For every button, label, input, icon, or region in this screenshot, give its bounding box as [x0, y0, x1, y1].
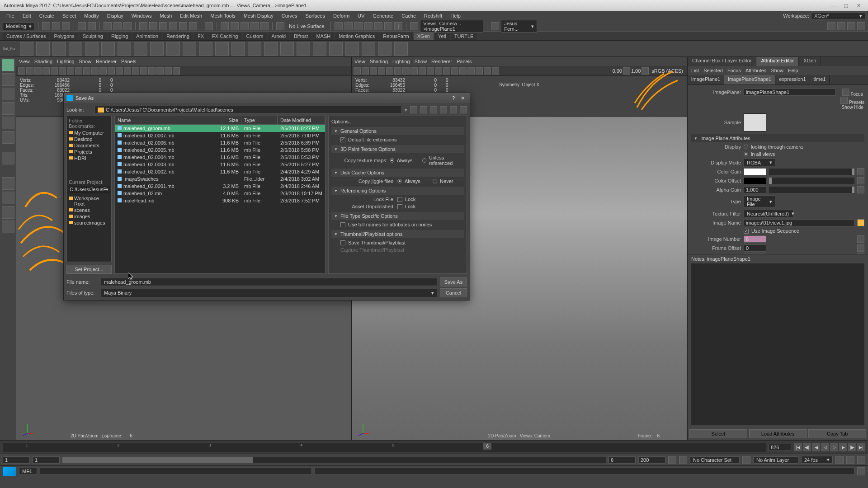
vp-icon[interactable] [623, 67, 630, 75]
shelf-icon[interactable] [394, 42, 408, 56]
type-dropdown[interactable]: Image File▾ [744, 195, 775, 208]
file-row[interactable]: malehead_02.0004.mb11.6 MBmb File2/5/201… [115, 154, 325, 161]
menu-editmesh[interactable]: Edit Mesh [176, 12, 206, 19]
vp-icon[interactable] [26, 67, 33, 75]
vp-icon[interactable] [443, 67, 450, 75]
load-attrs-button[interactable]: Load Attributes [749, 429, 807, 438]
vp-menu-lighting[interactable]: Lighting [392, 59, 410, 64]
maximize-button[interactable]: ▢ [840, 1, 852, 9]
vp-icon[interactable] [124, 67, 131, 75]
vp-menu-renderer[interactable]: Renderer [431, 59, 452, 64]
account-dropdown[interactable]: Jesus Fern...▾ [501, 20, 537, 33]
layout-single[interactable] [2, 177, 14, 190]
render-view-icon[interactable] [364, 22, 373, 30]
node-tab[interactable]: expression1 [775, 75, 810, 84]
help-button[interactable]: ? [449, 95, 458, 101]
vp-icon[interactable] [108, 67, 115, 75]
ipr-icon[interactable] [344, 22, 353, 30]
ae-menu-attributes[interactable]: Attributes [745, 68, 766, 73]
menu-modify[interactable]: Modify [80, 12, 102, 19]
shelf-curves[interactable]: Curves / Surfaces [3, 33, 49, 40]
history4-icon[interactable] [250, 22, 259, 30]
copytex-always-radio[interactable] [390, 158, 394, 163]
script-editor-icon[interactable] [857, 467, 865, 475]
vp-icon[interactable] [83, 67, 90, 75]
magnet-icon[interactable] [276, 22, 284, 30]
path-field[interactable]: C:\Users\JesusFC\Documents\Projects\Male… [94, 106, 402, 114]
ws-item[interactable]: sourceimages [69, 220, 109, 226]
pause-icon[interactable]: ‖ [394, 22, 402, 30]
history3-icon[interactable] [241, 22, 249, 30]
ae-menu-focus[interactable]: Focus [727, 68, 741, 73]
vp-menu-renderer[interactable]: Renderer [96, 59, 117, 64]
vp-menu-view[interactable]: View [19, 59, 30, 64]
vp-menu-shading[interactable]: Shading [34, 59, 52, 64]
step-forward-icon[interactable]: ▶ [839, 443, 847, 451]
play-forward-icon[interactable]: ▷ [830, 443, 838, 451]
ws-item[interactable]: Workspace Root [69, 195, 109, 207]
shelf-fx[interactable]: FX [194, 33, 208, 40]
history-icon[interactable] [221, 22, 229, 30]
charset-dropdown[interactable]: No Character Set [690, 456, 740, 464]
jiggle-always-radio[interactable] [397, 179, 402, 183]
vp-icon[interactable] [394, 67, 401, 75]
shelf-icon[interactable] [313, 42, 326, 56]
vp-icon[interactable] [484, 67, 491, 75]
range-track[interactable] [62, 457, 606, 463]
workspace-dropdown[interactable]: XGen*▾ [811, 12, 865, 20]
close-button[interactable]: ✕ [853, 1, 864, 9]
menu-cache[interactable]: Cache [398, 12, 420, 19]
menu-create[interactable]: Create [36, 12, 58, 19]
render-settings-icon[interactable] [354, 22, 363, 30]
lock-icon[interactable] [205, 22, 213, 30]
vp-icon[interactable] [42, 67, 50, 75]
ae-menu-selected[interactable]: Selected [703, 68, 723, 73]
vp-icon[interactable] [132, 67, 139, 75]
vp-menu-lighting[interactable]: Lighting [57, 59, 75, 64]
shelf-icon[interactable] [280, 42, 294, 56]
shelf-icon[interactable] [134, 42, 147, 56]
scale-tool[interactable] [2, 131, 14, 144]
vp-menu-show[interactable]: Show [415, 59, 427, 64]
rotate-tool[interactable] [2, 117, 14, 129]
vp-icon[interactable] [370, 67, 377, 75]
copytex-unlessref-radio[interactable] [422, 158, 426, 163]
render-layer-icon[interactable] [374, 22, 382, 30]
file-row[interactable]: maleHead.mb908 KBmb File2/3/2018 7:52 PM [115, 197, 325, 204]
shelf-rebusfarm[interactable]: RebusFarm [379, 33, 412, 40]
shelf-icon[interactable] [345, 42, 359, 56]
ae-menu-list[interactable]: List [691, 68, 699, 73]
file-row[interactable]: malehead_02.0006.mb11.6 MBmb File2/5/201… [115, 139, 325, 146]
defaultext-checkbox[interactable] [340, 137, 345, 142]
select-tool[interactable] [2, 59, 14, 71]
menu-file[interactable]: File [3, 12, 18, 19]
last-tool[interactable] [2, 152, 14, 164]
copy-tab-button[interactable]: Copy Tab [808, 429, 866, 438]
file-row[interactable]: malehead_02.0001.mb3.2 MBmb File2/4/2018… [115, 183, 325, 190]
range-icon[interactable] [679, 456, 687, 464]
section-diskcache[interactable]: Disk Cache Options [331, 169, 464, 177]
notes-field[interactable] [691, 263, 864, 425]
vp-icon[interactable] [116, 67, 123, 75]
vp-icon[interactable] [354, 67, 361, 75]
vp-icon[interactable] [451, 67, 458, 75]
ws-item[interactable]: images [69, 213, 109, 220]
menu-select[interactable]: Select [59, 12, 80, 19]
range-end-field[interactable]: 200 [638, 456, 665, 464]
shelf-icon[interactable] [264, 42, 278, 56]
range-in-field[interactable]: 1 [33, 456, 60, 464]
tab-channelbox[interactable]: Channel Box / Layer Editor [688, 57, 756, 66]
history2-icon[interactable] [231, 22, 239, 30]
redo-icon[interactable] [88, 22, 96, 30]
file-row[interactable]: .mayaSwatchesFile...lder2/4/2018 3:02 AM [115, 175, 325, 183]
goto-end-icon[interactable]: ▶| [857, 443, 865, 451]
render-icon[interactable] [335, 22, 343, 30]
shelf-icon[interactable] [329, 42, 343, 56]
col-date[interactable]: Date Modified [278, 116, 325, 124]
shelf-icon[interactable] [378, 42, 392, 56]
cancel-button[interactable]: Cancel [440, 288, 467, 297]
menu-windows[interactable]: Windows [128, 12, 156, 19]
home-icon[interactable] [430, 106, 437, 113]
vp-icon[interactable] [362, 67, 369, 75]
vp-menu-panels[interactable]: Panels [121, 59, 137, 64]
